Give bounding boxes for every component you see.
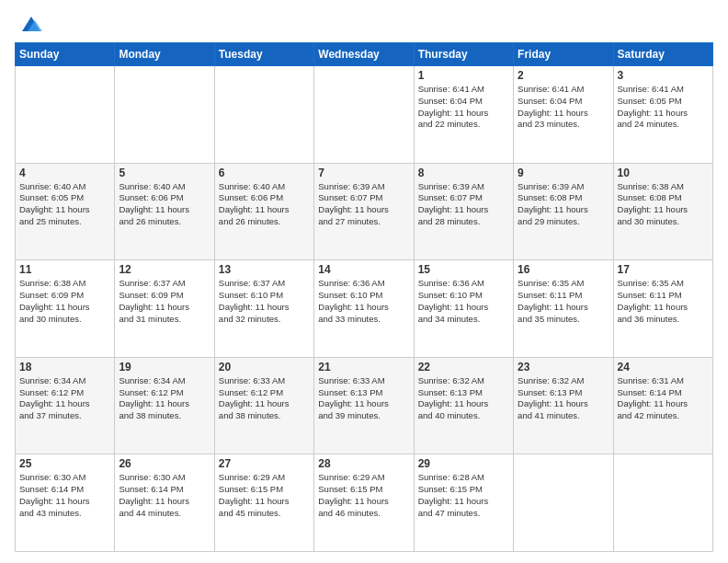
calendar-cell: 18Sunrise: 6:34 AM Sunset: 6:12 PM Dayli… — [16, 357, 115, 454]
day-number: 22 — [418, 361, 509, 373]
day-info: Sunrise: 6:32 AM Sunset: 6:13 PM Dayligh… — [418, 375, 509, 422]
logo — [15, 11, 44, 37]
calendar-cell: 2Sunrise: 6:41 AM Sunset: 6:04 PM Daylig… — [514, 66, 613, 164]
calendar-cell: 24Sunrise: 6:31 AM Sunset: 6:14 PM Dayli… — [613, 357, 712, 454]
day-info: Sunrise: 6:37 AM Sunset: 6:10 PM Dayligh… — [219, 278, 310, 325]
calendar-header-row: SundayMondayTuesdayWednesdayThursdayFrid… — [16, 43, 713, 66]
calendar-cell: 7Sunrise: 6:39 AM Sunset: 6:07 PM Daylig… — [314, 163, 414, 260]
day-number: 10 — [618, 167, 709, 179]
day-number: 27 — [219, 457, 310, 470]
day-number: 15 — [418, 263, 509, 276]
day-number: 6 — [219, 167, 310, 179]
calendar-day-header: Wednesday — [314, 43, 414, 66]
calendar-day-header: Thursday — [414, 43, 513, 66]
calendar-week-row: 1Sunrise: 6:41 AM Sunset: 6:04 PM Daylig… — [16, 66, 713, 164]
day-info: Sunrise: 6:28 AM Sunset: 6:15 PM Dayligh… — [418, 472, 509, 519]
day-number: 8 — [418, 167, 509, 179]
day-info: Sunrise: 6:34 AM Sunset: 6:12 PM Dayligh… — [19, 375, 110, 422]
page: SundayMondayTuesdayWednesdayThursdayFrid… — [0, 0, 728, 563]
calendar-cell — [115, 66, 214, 164]
calendar-cell: 28Sunrise: 6:29 AM Sunset: 6:15 PM Dayli… — [314, 454, 414, 552]
day-number: 21 — [318, 361, 409, 373]
day-info: Sunrise: 6:39 AM Sunset: 6:07 PM Dayligh… — [318, 181, 409, 228]
day-number: 11 — [19, 263, 110, 276]
calendar-week-row: 18Sunrise: 6:34 AM Sunset: 6:12 PM Dayli… — [16, 357, 713, 454]
day-number: 16 — [518, 263, 609, 276]
calendar-cell — [16, 66, 115, 164]
calendar-cell: 11Sunrise: 6:38 AM Sunset: 6:09 PM Dayli… — [16, 260, 115, 358]
day-number: 13 — [219, 263, 310, 276]
calendar-cell: 21Sunrise: 6:33 AM Sunset: 6:13 PM Dayli… — [314, 357, 414, 454]
calendar-day-header: Sunday — [16, 43, 115, 66]
logo-icon — [18, 11, 44, 37]
day-number: 28 — [318, 457, 409, 470]
day-info: Sunrise: 6:36 AM Sunset: 6:10 PM Dayligh… — [318, 278, 409, 325]
day-number: 19 — [119, 361, 210, 373]
day-info: Sunrise: 6:37 AM Sunset: 6:09 PM Dayligh… — [119, 278, 210, 325]
day-info: Sunrise: 6:29 AM Sunset: 6:15 PM Dayligh… — [318, 472, 409, 519]
day-info: Sunrise: 6:35 AM Sunset: 6:11 PM Dayligh… — [518, 278, 609, 325]
calendar-cell: 26Sunrise: 6:30 AM Sunset: 6:14 PM Dayli… — [115, 454, 214, 552]
day-info: Sunrise: 6:33 AM Sunset: 6:12 PM Dayligh… — [219, 375, 310, 422]
day-info: Sunrise: 6:36 AM Sunset: 6:10 PM Dayligh… — [418, 278, 509, 325]
day-number: 9 — [518, 167, 609, 179]
calendar-day-header: Monday — [115, 43, 214, 66]
calendar-cell — [214, 66, 313, 164]
calendar-cell: 13Sunrise: 6:37 AM Sunset: 6:10 PM Dayli… — [214, 260, 313, 358]
day-info: Sunrise: 6:29 AM Sunset: 6:15 PM Dayligh… — [219, 472, 310, 519]
calendar-cell: 15Sunrise: 6:36 AM Sunset: 6:10 PM Dayli… — [414, 260, 513, 358]
calendar-cell: 1Sunrise: 6:41 AM Sunset: 6:04 PM Daylig… — [414, 66, 513, 164]
day-number: 5 — [119, 167, 210, 179]
day-number: 26 — [119, 457, 210, 470]
day-info: Sunrise: 6:34 AM Sunset: 6:12 PM Dayligh… — [119, 375, 210, 422]
day-number: 18 — [19, 361, 110, 373]
calendar-cell: 16Sunrise: 6:35 AM Sunset: 6:11 PM Dayli… — [514, 260, 613, 358]
day-info: Sunrise: 6:35 AM Sunset: 6:11 PM Dayligh… — [618, 278, 709, 325]
calendar-week-row: 25Sunrise: 6:30 AM Sunset: 6:14 PM Dayli… — [16, 454, 713, 552]
calendar-cell: 17Sunrise: 6:35 AM Sunset: 6:11 PM Dayli… — [613, 260, 712, 358]
day-info: Sunrise: 6:39 AM Sunset: 6:08 PM Dayligh… — [518, 181, 609, 228]
day-info: Sunrise: 6:40 AM Sunset: 6:06 PM Dayligh… — [219, 181, 310, 228]
calendar-week-row: 11Sunrise: 6:38 AM Sunset: 6:09 PM Dayli… — [16, 260, 713, 358]
day-number: 12 — [119, 263, 210, 276]
header — [15, 11, 713, 37]
day-info: Sunrise: 6:32 AM Sunset: 6:13 PM Dayligh… — [518, 375, 609, 422]
day-number: 25 — [19, 457, 110, 470]
day-number: 17 — [618, 263, 709, 276]
day-number: 24 — [618, 361, 709, 373]
day-info: Sunrise: 6:38 AM Sunset: 6:08 PM Dayligh… — [618, 181, 709, 228]
calendar-cell: 5Sunrise: 6:40 AM Sunset: 6:06 PM Daylig… — [115, 163, 214, 260]
calendar-cell: 12Sunrise: 6:37 AM Sunset: 6:09 PM Dayli… — [115, 260, 214, 358]
calendar-cell — [314, 66, 414, 164]
day-number: 4 — [19, 167, 110, 179]
day-info: Sunrise: 6:39 AM Sunset: 6:07 PM Dayligh… — [418, 181, 509, 228]
calendar-cell: 6Sunrise: 6:40 AM Sunset: 6:06 PM Daylig… — [214, 163, 313, 260]
calendar-cell: 10Sunrise: 6:38 AM Sunset: 6:08 PM Dayli… — [613, 163, 712, 260]
calendar-cell: 9Sunrise: 6:39 AM Sunset: 6:08 PM Daylig… — [514, 163, 613, 260]
calendar-cell: 14Sunrise: 6:36 AM Sunset: 6:10 PM Dayli… — [314, 260, 414, 358]
day-number: 14 — [318, 263, 409, 276]
day-info: Sunrise: 6:30 AM Sunset: 6:14 PM Dayligh… — [19, 472, 110, 519]
day-info: Sunrise: 6:40 AM Sunset: 6:06 PM Dayligh… — [119, 181, 210, 228]
calendar-cell — [514, 454, 613, 552]
calendar-week-row: 4Sunrise: 6:40 AM Sunset: 6:05 PM Daylig… — [16, 163, 713, 260]
day-number: 2 — [518, 69, 609, 82]
day-number: 29 — [418, 457, 509, 470]
day-info: Sunrise: 6:40 AM Sunset: 6:05 PM Dayligh… — [19, 181, 110, 228]
day-number: 7 — [318, 167, 409, 179]
calendar-cell: 22Sunrise: 6:32 AM Sunset: 6:13 PM Dayli… — [414, 357, 513, 454]
calendar-cell: 3Sunrise: 6:41 AM Sunset: 6:05 PM Daylig… — [613, 66, 712, 164]
day-info: Sunrise: 6:30 AM Sunset: 6:14 PM Dayligh… — [119, 472, 210, 519]
day-info: Sunrise: 6:41 AM Sunset: 6:04 PM Dayligh… — [518, 84, 609, 131]
day-info: Sunrise: 6:41 AM Sunset: 6:05 PM Dayligh… — [618, 84, 709, 131]
calendar-cell: 27Sunrise: 6:29 AM Sunset: 6:15 PM Dayli… — [214, 454, 313, 552]
calendar-table: SundayMondayTuesdayWednesdayThursdayFrid… — [15, 42, 713, 552]
calendar-cell: 23Sunrise: 6:32 AM Sunset: 6:13 PM Dayli… — [514, 357, 613, 454]
calendar-cell: 29Sunrise: 6:28 AM Sunset: 6:15 PM Dayli… — [414, 454, 513, 552]
calendar-cell: 4Sunrise: 6:40 AM Sunset: 6:05 PM Daylig… — [16, 163, 115, 260]
day-info: Sunrise: 6:31 AM Sunset: 6:14 PM Dayligh… — [618, 375, 709, 422]
day-info: Sunrise: 6:41 AM Sunset: 6:04 PM Dayligh… — [418, 84, 509, 131]
day-info: Sunrise: 6:33 AM Sunset: 6:13 PM Dayligh… — [318, 375, 409, 422]
calendar-day-header: Friday — [514, 43, 613, 66]
day-info: Sunrise: 6:38 AM Sunset: 6:09 PM Dayligh… — [19, 278, 110, 325]
